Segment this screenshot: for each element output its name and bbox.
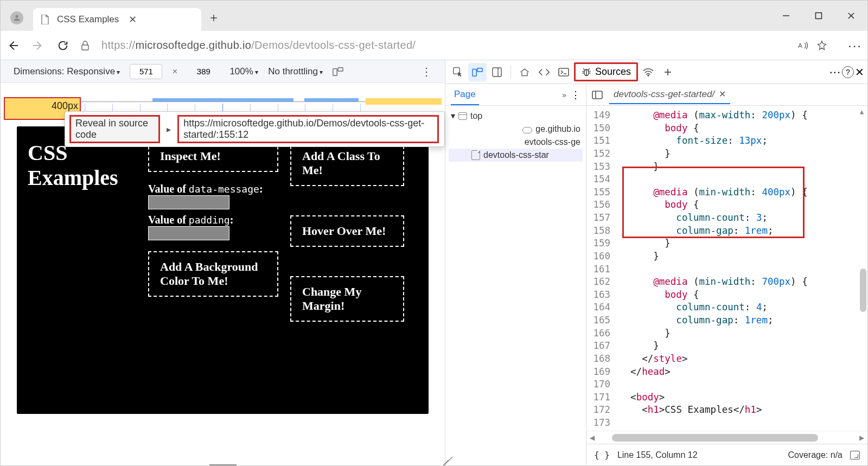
horizontal-scrollbar[interactable]: ◀▶ bbox=[586, 431, 867, 444]
elements-icon[interactable] bbox=[535, 63, 553, 81]
welcome-icon[interactable] bbox=[515, 63, 534, 81]
reveal-in-source-button[interactable]: Reveal in source code bbox=[69, 115, 160, 143]
height-input[interactable] bbox=[187, 64, 220, 79]
url-text: https://microsoftedge.github.io/Demos/de… bbox=[101, 39, 416, 52]
profile-avatar[interactable] bbox=[10, 11, 23, 24]
new-tab-button[interactable]: + bbox=[207, 10, 221, 25]
device-toolbar: Dimensions: Responsive × 100% No throttl… bbox=[1, 60, 445, 83]
source-location-link[interactable]: https://microsoftedge.github.io/Demos/de… bbox=[177, 115, 439, 143]
svg-rect-14 bbox=[493, 68, 501, 76]
svg-rect-2 bbox=[816, 13, 822, 19]
svg-rect-13 bbox=[477, 68, 482, 71]
vertical-scrollbar[interactable] bbox=[860, 269, 866, 312]
file-icon bbox=[471, 150, 480, 160]
corner-resize-handle[interactable] bbox=[438, 457, 448, 465]
scroll-up-icon[interactable]: ▲ bbox=[860, 108, 867, 116]
devtools-close-button[interactable]: ✕ bbox=[855, 66, 864, 79]
back-button[interactable] bbox=[6, 39, 20, 53]
chevron-right-icon[interactable]: » bbox=[562, 91, 566, 99]
file-nav-icon[interactable] bbox=[592, 91, 604, 99]
padding-input[interactable] bbox=[148, 226, 229, 240]
vertical-resize-handle[interactable] bbox=[434, 240, 439, 305]
read-aloud-icon[interactable]: A bbox=[798, 41, 809, 50]
forward-button[interactable] bbox=[31, 39, 45, 53]
nav-tree[interactable]: ▾top ge.github.io evtools-css-ge devtool… bbox=[445, 106, 586, 165]
settings-menu-button[interactable]: ··· bbox=[848, 38, 862, 53]
devtools-more-button[interactable]: ··· bbox=[829, 65, 841, 79]
device-more-button[interactable]: ⋮ bbox=[421, 65, 432, 78]
svg-point-0 bbox=[15, 15, 18, 18]
breakpoint-tooltip: Reveal in source code ▸ https://microsof… bbox=[65, 111, 445, 147]
inspect-element-icon[interactable] bbox=[449, 63, 467, 81]
collapse-icon[interactable]: ▾ bbox=[451, 111, 455, 121]
data-message-label: Value of data-message: bbox=[148, 183, 278, 195]
svg-rect-12 bbox=[473, 69, 476, 76]
browser-window: CSS Examples ✕ + https://microsoftedge.g… bbox=[0, 0, 868, 466]
padding-label: Value of padding: bbox=[148, 214, 278, 226]
svg-rect-10 bbox=[338, 67, 343, 71]
page-heading: CSSExamples bbox=[28, 141, 136, 400]
titlebar: CSS Examples ✕ + bbox=[1, 1, 867, 31]
close-tab-icon[interactable]: ✕ bbox=[719, 89, 726, 99]
address-bar[interactable]: https://microsoftedge.github.io/Demos/de… bbox=[81, 39, 778, 52]
svg-rect-7 bbox=[82, 45, 88, 50]
dock-icon[interactable] bbox=[488, 63, 506, 81]
frame-icon bbox=[458, 112, 467, 120]
favorite-icon[interactable] bbox=[816, 40, 827, 51]
minimize-button[interactable] bbox=[770, 1, 802, 31]
console-icon[interactable] bbox=[554, 63, 573, 81]
navigator-page-tab[interactable]: Page bbox=[451, 85, 479, 105]
browser-tab[interactable]: CSS Examples ✕ bbox=[33, 8, 201, 31]
window-close-button[interactable] bbox=[835, 1, 867, 31]
devtools-pane: Sources ··· ? ✕ Page » ⋮ ▾top bbox=[445, 60, 867, 465]
cloud-icon bbox=[522, 127, 532, 133]
file-icon bbox=[41, 15, 50, 24]
page-preview: CSSExamples Inspect Me! Value of data-me… bbox=[17, 126, 429, 414]
window-controls bbox=[770, 1, 867, 31]
code-area[interactable]: 149 150 151 152 153 154 155 156 157 158 … bbox=[586, 106, 867, 431]
read-aloud-group: A bbox=[789, 37, 836, 54]
throttling-dropdown[interactable]: No throttling bbox=[268, 66, 323, 77]
change-margin-box[interactable]: Change My Margin! bbox=[290, 276, 404, 322]
source-editor: devtools-css-get-started/✕ 149 150 151 1… bbox=[586, 84, 867, 465]
bottom-resize-handle[interactable] bbox=[209, 464, 237, 465]
lock-icon bbox=[81, 41, 91, 50]
show-coverage-icon[interactable] bbox=[850, 451, 860, 459]
data-message-input[interactable] bbox=[148, 195, 229, 209]
navigator-more-button[interactable]: ⋮ bbox=[571, 89, 580, 101]
svg-text:A: A bbox=[798, 42, 802, 49]
device-toggle-icon[interactable] bbox=[468, 63, 487, 81]
network-icon[interactable] bbox=[639, 63, 658, 81]
hover-box[interactable]: Hover Over Me! bbox=[290, 215, 404, 247]
bug-icon bbox=[581, 67, 592, 78]
pretty-print-button[interactable]: { } bbox=[594, 450, 610, 460]
svg-rect-9 bbox=[333, 68, 337, 75]
add-class-box[interactable]: Add A Class To Me! bbox=[290, 141, 404, 186]
devtools-toolbar: Sources ··· ? ✕ bbox=[445, 60, 867, 84]
zoom-dropdown[interactable]: 100% bbox=[229, 66, 258, 77]
media-ruler[interactable]: 400px Reveal in source code ▸ https://mi… bbox=[1, 83, 445, 121]
rotate-icon[interactable] bbox=[333, 67, 343, 76]
toolbar: https://microsoftedge.github.io/Demos/de… bbox=[1, 31, 867, 60]
reload-button[interactable] bbox=[56, 39, 70, 53]
editor-file-tab[interactable]: devtools-css-get-started/✕ bbox=[609, 86, 730, 104]
by-separator: × bbox=[172, 66, 177, 77]
add-tab-button[interactable] bbox=[659, 63, 677, 81]
coverage-label: Coverage: n/a bbox=[788, 450, 843, 460]
svg-rect-16 bbox=[559, 68, 569, 76]
tab-title: CSS Examples bbox=[57, 14, 119, 25]
sources-tab[interactable]: Sources bbox=[574, 62, 638, 81]
sources-navigator: Page » ⋮ ▾top ge.github.io evtools-css-g… bbox=[445, 84, 586, 465]
width-input[interactable] bbox=[130, 64, 162, 79]
add-bg-box[interactable]: Add A Background Color To Me! bbox=[148, 251, 278, 297]
tab-close-button[interactable]: ✕ bbox=[125, 14, 140, 25]
editor-statusbar: { } Line 155, Column 12 Coverage: n/a bbox=[586, 444, 867, 465]
chevron-right-icon: ▸ bbox=[167, 124, 171, 135]
svg-point-20 bbox=[648, 75, 649, 76]
emulation-pane: Dimensions: Responsive × 100% No throttl… bbox=[1, 60, 445, 465]
cursor-position: Line 155, Column 12 bbox=[617, 450, 698, 460]
svg-rect-23 bbox=[592, 91, 602, 99]
help-icon[interactable]: ? bbox=[842, 66, 854, 78]
maximize-button[interactable] bbox=[802, 1, 835, 31]
dimensions-dropdown[interactable]: Dimensions: Responsive bbox=[14, 66, 120, 77]
